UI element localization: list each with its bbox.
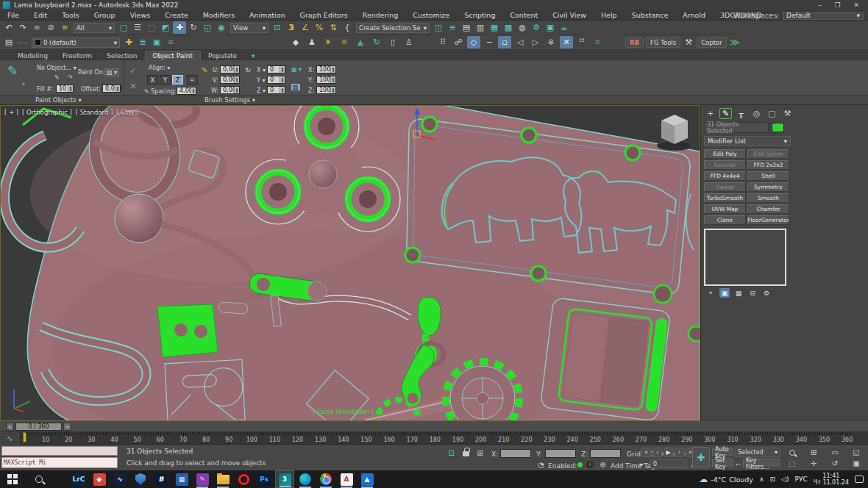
align-grid-button[interactable]: ⌗ <box>187 75 198 85</box>
viewport-general-menu[interactable]: [ + ] <box>4 109 18 116</box>
cancel-cross-icon[interactable]: × <box>129 81 137 91</box>
previous-frame-arrow[interactable]: < <box>6 423 14 431</box>
paint-on-dropdown[interactable]: ▧ ▾ <box>104 68 119 76</box>
taskbar-explorer[interactable] <box>213 470 232 488</box>
ribbon-tab[interactable]: Freeform <box>55 51 99 60</box>
time-slider-handle[interactable]: 0 / 360 <box>15 423 62 431</box>
restore-button[interactable]: ❐ <box>834 1 840 9</box>
bind-to-spacewarp-icon[interactable]: ≋ <box>58 21 71 34</box>
render-production-icon[interactable]: ☕ <box>558 21 571 34</box>
taskbar-start[interactable] <box>3 470 22 488</box>
viewport-shading-menu[interactable]: [ Clay ] <box>116 109 139 116</box>
modifier-stack-list[interactable] <box>704 229 786 286</box>
show-end-result-icon[interactable]: ▣ <box>719 288 730 298</box>
apply-check-icon[interactable]: ✓ <box>129 66 136 76</box>
pan-icon[interactable]: ✛ <box>805 459 822 468</box>
configure-modifier-sets-icon[interactable]: ⚙ <box>761 288 772 298</box>
modify-tab-icon[interactable]: ✎ <box>719 108 732 119</box>
isolate-selection-icon[interactable]: ⊡ <box>446 448 457 458</box>
modifier-button[interactable]: Chamfer <box>747 204 789 214</box>
toggle-scene-explorer-icon[interactable]: ▤ <box>2 36 15 49</box>
menu-item[interactable]: Edit <box>26 11 54 19</box>
cab-icon[interactable]: ⚒ <box>682 36 695 49</box>
no-object-dropdown[interactable]: No Object... ▾ <box>37 65 77 71</box>
snowflake-tool-icon[interactable]: ※ <box>544 36 558 49</box>
fill-spinner[interactable]: 10▲▼ <box>56 85 74 93</box>
volume-icon[interactable]: ◁) <box>781 476 789 483</box>
u-spinner[interactable]: 0,000▲▼ <box>220 65 240 73</box>
taskbar-paint[interactable]: ✎ <box>193 470 212 488</box>
scale-lock-icon[interactable]: ▨ <box>291 84 300 90</box>
sunlight-icon[interactable]: ☼ <box>338 36 351 49</box>
coordsys-dropdown[interactable]: View▾ <box>230 23 268 33</box>
object-name-field[interactable]: 31 Objects Selected <box>704 122 769 133</box>
object-color-swatch[interactable] <box>772 123 784 132</box>
menu-item[interactable]: Tools <box>54 11 86 19</box>
rotate-x-spinner[interactable]: 0▲▼ <box>267 65 285 73</box>
select-and-scale-icon[interactable]: ◱ <box>201 21 214 34</box>
auto-key-button[interactable]: Auto Key <box>712 448 733 457</box>
rectangular-selection-icon[interactable]: ⬚ <box>145 21 158 34</box>
time-tag-icon[interactable]: ⊕ <box>597 460 608 470</box>
menu-item[interactable]: Content <box>502 11 545 19</box>
taskbar-opera[interactable] <box>234 470 253 488</box>
taskbar-edge[interactable] <box>296 470 315 488</box>
create-layer-icon[interactable]: ✚ <box>122 36 135 49</box>
select-right-icon[interactable]: ▷ <box>529 36 542 49</box>
paint-dropdown-arrow[interactable]: ▾ <box>22 81 25 87</box>
workspaces-dropdown[interactable]: Default▾ <box>783 12 864 20</box>
taskbar-curve-app[interactable]: ∿ <box>110 470 129 488</box>
percent-snap-icon[interactable]: % <box>313 21 326 34</box>
pin-stack-icon[interactable]: ⌖ <box>705 288 716 298</box>
remove-modifier-icon[interactable]: ⊟ <box>747 288 758 298</box>
edit-named-selection-icon[interactable]: { <box>341 21 354 34</box>
maxscript-mini-listener-input[interactable]: MAXScript Mi <box>1 457 118 468</box>
snaps-toggle-icon[interactable]: 3 <box>285 21 298 34</box>
link-tools-icon[interactable]: ☍ <box>452 36 465 49</box>
add-time-tag[interactable]: Add Time Tag <box>611 462 655 470</box>
populate-icon[interactable]: ♙ <box>402 36 416 49</box>
modifier-button[interactable]: FloorGenerator <box>747 215 789 225</box>
zoom-extents-all-icon[interactable]: ◱ <box>848 448 864 457</box>
zoom-extents-icon[interactable]: ▭ <box>827 448 843 457</box>
keyboard-language[interactable]: РУС <box>794 476 807 483</box>
fg-tools-button[interactable]: FG Tools <box>646 37 680 48</box>
select-and-place-icon[interactable]: ◉ <box>215 21 228 34</box>
layer-dropdown[interactable]: 0 (default)▾ <box>32 37 120 48</box>
select-by-name-icon[interactable]: ☰ <box>131 21 144 34</box>
absolute-offset-toggle-icon[interactable]: ⊞ <box>474 448 485 458</box>
scale-z-spinner[interactable]: 100▲▼ <box>316 86 336 94</box>
modifier-button[interactable]: Shell <box>747 171 789 181</box>
selection-set-key-dropdown[interactable]: Selected▾ <box>735 448 780 457</box>
set-keys-button[interactable]: ✚ <box>692 447 710 467</box>
selection-lock-icon[interactable] <box>463 451 469 456</box>
viewport[interactable]: [ + ] [ Orthographic ] [ Standard ] [ Cl… <box>0 105 700 421</box>
grid-a-icon[interactable]: ⠛ <box>575 36 588 49</box>
paint-objects-panel-title[interactable]: Paint Objects ▾ <box>35 96 82 104</box>
taskbar-chrome[interactable] <box>316 470 335 488</box>
physics-icon[interactable]: ◔ <box>536 460 547 470</box>
modifier-button[interactable]: Extrude <box>704 160 746 170</box>
x-tool-icon[interactable]: ✕ <box>560 36 573 49</box>
display-tab-icon[interactable]: ▢ <box>766 108 778 119</box>
align-dropdown[interactable]: Align: ▾ <box>149 65 170 71</box>
taskbar-red-app[interactable]: ◆ <box>90 470 109 488</box>
menu-item[interactable]: Rendering <box>355 11 406 19</box>
network-icon[interactable]: ⊡ <box>770 476 776 483</box>
zoom-icon[interactable] <box>784 448 800 457</box>
add-to-layer-icon[interactable]: ≣ <box>136 36 149 49</box>
unlink-selection-icon[interactable]: ⊘ <box>44 21 57 34</box>
info-icon[interactable]: i <box>586 461 594 468</box>
rendered-frame-icon[interactable]: ▣ <box>544 21 557 34</box>
w-spinner[interactable]: 0,000▲▼ <box>220 86 240 94</box>
spacing-spinner[interactable]: 4,000▲▼ <box>177 87 196 95</box>
menu-item[interactable]: Scripting <box>457 11 502 19</box>
render-setup-icon[interactable]: ⚙ <box>530 21 543 34</box>
align-y-button[interactable]: Y <box>160 75 171 85</box>
grab-viewport-icon[interactable]: ▯ <box>386 36 399 49</box>
menu-item[interactable]: Modifiers <box>196 11 242 19</box>
clock[interactable]: 11:41Чт 11.01.24 <box>814 473 849 486</box>
key-filters-button[interactable]: Key Filters... <box>743 459 780 468</box>
v-spinner[interactable]: 0,000▲▼ <box>220 76 240 84</box>
dot-cursor-icon[interactable]: ▫ <box>498 36 511 49</box>
